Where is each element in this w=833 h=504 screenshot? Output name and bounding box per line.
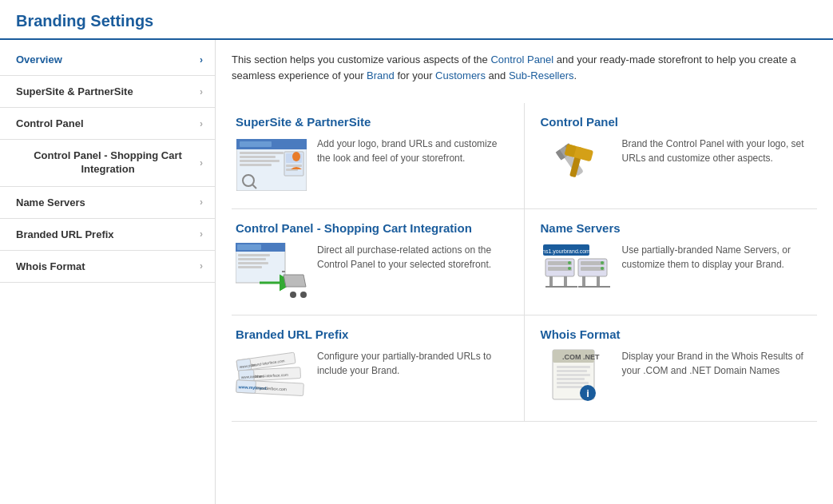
whois-card: Whois Format .COM .NET (525, 315, 818, 422)
branded-url-card-body: www.your- brand-interface.com www.anothe… (236, 349, 508, 405)
supersite-card-text: Add your logo, brand URLs and customize … (317, 137, 508, 165)
sidebar-item-label: Overview (16, 54, 62, 65)
svg-point-38 (568, 267, 571, 270)
svg-rect-2 (240, 141, 272, 147)
control-panel-card-title: Control Panel (541, 115, 806, 129)
branded-url-icon: www.your- brand-interface.com www.anothe… (236, 349, 307, 405)
name-servers-card-title: Name Servers (541, 221, 806, 235)
name-servers-card: Name Servers ns1.yourbrand.com (525, 209, 818, 315)
svg-point-43 (601, 267, 604, 270)
sidebar: Overview › SuperSite & PartnerSite › Con… (0, 40, 216, 504)
svg-point-42 (601, 261, 604, 264)
sidebar-item-label: Name Servers (16, 196, 85, 208)
svg-text:ns1.yourbrand.com: ns1.yourbrand.com (542, 248, 590, 255)
customers-highlight: Customers (435, 69, 486, 81)
svg-text:i: i (586, 387, 589, 399)
svg-rect-4 (240, 156, 276, 158)
sidebar-item-label: SuperSite & PartnerSite (16, 85, 133, 97)
branded-url-card-title: Branded URL Prefix (236, 327, 508, 341)
svg-rect-46 (582, 276, 585, 286)
whois-card-title: Whois Format (541, 327, 806, 341)
svg-rect-67 (557, 374, 590, 376)
whois-card-text: Display your Brand in the Whois Results … (622, 349, 806, 378)
supersite-card-body: Add your logo, brand URLs and customize … (236, 137, 508, 192)
subresellers-highlight: Sub-Resellers (509, 69, 574, 81)
sidebar-item-label: Whois Format (16, 260, 85, 272)
branded-url-card-text: Configure your partially-branded URLs to… (317, 349, 508, 378)
branded-url-card: Branded URL Prefix www.your- brand-inter… (232, 315, 525, 422)
sidebar-item-control-panel[interactable]: Control Panel › (0, 108, 215, 140)
svg-point-30 (300, 292, 307, 298)
control-panel-card-text: Brand the Control Panel with your logo, … (622, 137, 806, 165)
svg-rect-24 (238, 254, 270, 256)
chevron-right-icon: › (200, 196, 203, 208)
svg-rect-47 (597, 276, 600, 286)
cp-shopping-card-title: Control Panel - Shopping Cart Integratio… (236, 221, 508, 235)
svg-rect-5 (240, 160, 280, 162)
chevron-right-icon: › (200, 54, 203, 65)
brand-highlight: Brand (367, 69, 395, 81)
main-content: This section helps you customize various… (216, 40, 833, 504)
sidebar-item-label: Control Panel - Shopping Cart Integratio… (16, 149, 200, 177)
svg-rect-3 (240, 152, 284, 154)
page-title: Branding Settings (0, 0, 833, 40)
cards-grid: SuperSite & PartnerSite (232, 103, 817, 422)
supersite-card: SuperSite & PartnerSite (232, 103, 525, 209)
chevron-right-icon: › (200, 86, 203, 97)
svg-rect-6 (240, 164, 272, 166)
sidebar-item-cp-shopping[interactable]: Control Panel - Shopping Cart Integratio… (0, 140, 215, 187)
svg-rect-9 (286, 165, 302, 167)
sidebar-item-label: Control Panel (16, 117, 84, 129)
svg-point-11 (292, 152, 300, 161)
cp-shopping-card: Control Panel - Shopping Cart Integratio… (232, 209, 525, 315)
intro-paragraph: This section helps you customize various… (232, 52, 817, 87)
name-servers-icon: ns1.yourbrand.com (541, 243, 613, 299)
svg-rect-45 (564, 276, 567, 286)
name-servers-card-text: Use partially-branded Name Servers, or c… (622, 243, 806, 272)
sidebar-item-whois[interactable]: Whois Format › (0, 251, 215, 283)
control-panel-card-body: Brand the Control Panel with your logo, … (541, 137, 806, 192)
chevron-right-icon: › (200, 157, 203, 169)
svg-rect-23 (237, 244, 261, 250)
svg-rect-65 (557, 366, 590, 368)
svg-point-29 (290, 292, 296, 298)
svg-rect-44 (549, 276, 553, 286)
cp-shopping-card-text: Direct all purchase-related actions on t… (317, 243, 508, 272)
svg-rect-69 (557, 382, 589, 384)
page-container: Branding Settings Overview › SuperSite &… (0, 0, 833, 504)
svg-rect-68 (557, 378, 585, 380)
svg-rect-66 (557, 370, 587, 372)
cp-highlight: Control Panel (490, 54, 553, 65)
svg-rect-25 (238, 258, 266, 260)
cp-shopping-icon (236, 243, 307, 299)
name-servers-card-body: ns1.yourbrand.com (541, 243, 806, 299)
sidebar-item-name-servers[interactable]: Name Servers › (0, 187, 215, 219)
cp-shopping-card-body: Direct all purchase-related actions on t… (236, 243, 508, 299)
svg-rect-26 (238, 262, 268, 264)
sidebar-item-overview[interactable]: Overview › (0, 44, 215, 76)
whois-icon: .COM .NET i (541, 349, 613, 405)
control-panel-icon (541, 137, 613, 192)
sidebar-item-label: Branded URL Prefix (16, 228, 114, 240)
chevron-right-icon: › (200, 118, 203, 129)
supersite-icon (236, 137, 307, 192)
svg-rect-70 (557, 386, 582, 388)
sidebar-item-branded-url[interactable]: Branded URL Prefix › (0, 219, 215, 251)
content-area: Overview › SuperSite & PartnerSite › Con… (0, 40, 833, 504)
supersite-card-title: SuperSite & PartnerSite (236, 115, 508, 129)
chevron-right-icon: › (200, 260, 203, 272)
svg-rect-27 (238, 266, 262, 268)
svg-point-37 (568, 261, 571, 264)
whois-card-body: .COM .NET i (541, 349, 806, 405)
sidebar-item-supersite[interactable]: SuperSite & PartnerSite › (0, 76, 215, 108)
svg-text:.COM .NET: .COM .NET (562, 353, 600, 361)
control-panel-card: Control Panel (525, 103, 818, 209)
chevron-right-icon: › (200, 228, 203, 240)
